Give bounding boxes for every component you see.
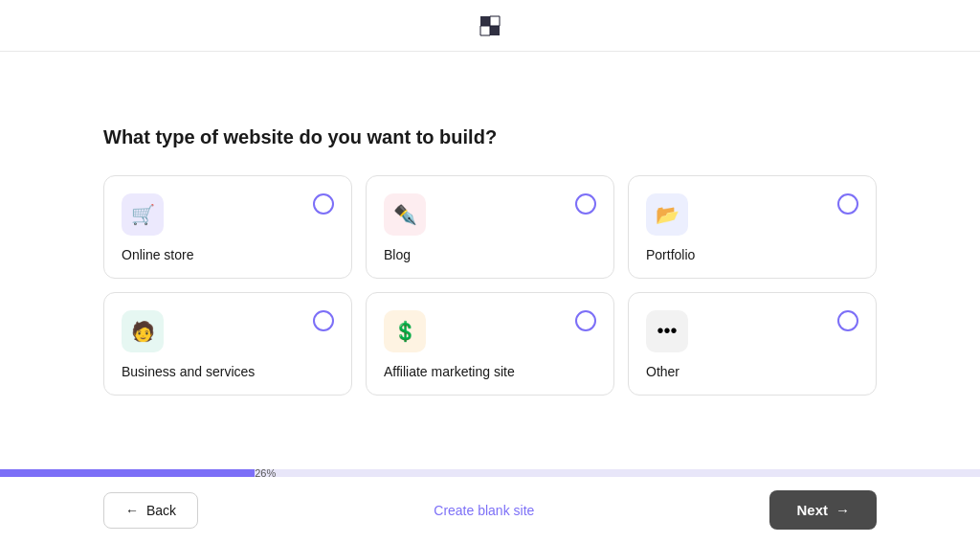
progress-track: 26% xyxy=(0,469,980,477)
card-label-blog: Blog xyxy=(384,247,596,262)
create-blank-button[interactable]: Create blank site xyxy=(434,503,534,518)
card-other[interactable]: ••• Other xyxy=(628,292,877,396)
back-arrow-icon: ← xyxy=(125,503,139,518)
card-affiliate-marketing[interactable]: 💲 Affiliate marketing site xyxy=(366,292,614,396)
back-button[interactable]: ← Back xyxy=(103,492,198,529)
card-top-other: ••• xyxy=(646,310,858,352)
card-top-business-services: 🧑 xyxy=(122,310,334,352)
card-top-affiliate-marketing: 💲 xyxy=(384,310,596,352)
card-icon-portfolio: 📂 xyxy=(646,193,688,236)
website-type-grid: 🛒 Online store ✒️ Blog 📂 Portfolio xyxy=(103,175,877,396)
card-icon-affiliate-marketing: 💲 xyxy=(384,310,426,352)
card-label-other: Other xyxy=(646,364,858,379)
card-portfolio[interactable]: 📂 Portfolio xyxy=(628,175,877,279)
card-blog[interactable]: ✒️ Blog xyxy=(366,175,614,279)
radio-blog[interactable] xyxy=(575,193,596,215)
footer: ← Back Create blank site Next → xyxy=(0,477,980,543)
logo-icon xyxy=(477,12,503,39)
card-icon-blog: ✒️ xyxy=(384,193,426,236)
card-icon-business-services: 🧑 xyxy=(122,310,164,352)
card-label-portfolio: Portfolio xyxy=(646,247,858,262)
header xyxy=(0,0,980,52)
back-label: Back xyxy=(146,503,176,518)
radio-other[interactable] xyxy=(837,310,858,331)
question-title: What type of website do you want to buil… xyxy=(103,126,497,148)
radio-online-store[interactable] xyxy=(313,193,334,215)
radio-portfolio[interactable] xyxy=(837,193,858,215)
progress-fill xyxy=(0,469,255,477)
card-icon-online-store: 🛒 xyxy=(122,193,164,236)
next-button[interactable]: Next → xyxy=(769,490,877,530)
next-arrow-icon: → xyxy=(835,502,850,518)
card-top-online-store: 🛒 xyxy=(122,193,334,236)
footer-area: 26% ← Back Create blank site Next → xyxy=(0,469,980,543)
radio-affiliate-marketing[interactable] xyxy=(575,310,596,331)
card-label-online-store: Online store xyxy=(122,247,334,262)
card-label-business-services: Business and services xyxy=(122,364,334,379)
next-label: Next xyxy=(796,502,828,518)
card-top-blog: ✒️ xyxy=(384,193,596,236)
card-top-portfolio: 📂 xyxy=(646,193,858,236)
card-business-services[interactable]: 🧑 Business and services xyxy=(103,292,352,396)
card-online-store[interactable]: 🛒 Online store xyxy=(103,175,352,279)
card-icon-other: ••• xyxy=(646,310,688,352)
radio-business-services[interactable] xyxy=(313,310,334,331)
card-label-affiliate-marketing: Affiliate marketing site xyxy=(384,364,596,379)
main-content: What type of website do you want to buil… xyxy=(0,52,980,469)
